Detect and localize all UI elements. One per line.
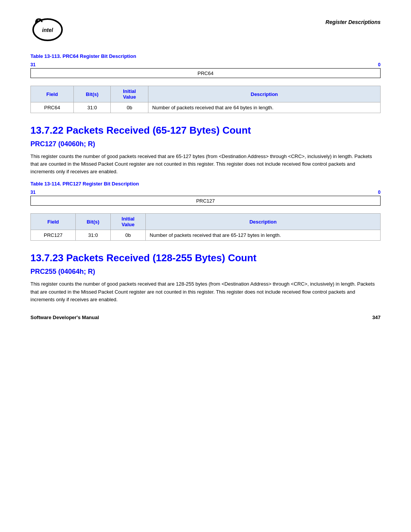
page: intel Register Descriptions Table 13-113… [0, 0, 411, 332]
initial-val-cell-127: 0b [110, 230, 146, 241]
section-1722-heading: 13.7.22 Packets Received (65-127 Bytes) … [30, 125, 381, 136]
col-field-127: Field [31, 214, 76, 230]
table-row: PRC127 31:0 0b Number of packets receive… [31, 230, 381, 241]
table-113-title: Table 13-113. PRC64 Register Bit Descrip… [30, 53, 381, 59]
header: intel Register Descriptions [30, 15, 381, 42]
prc127-subheading: PRC127 (04060h; R) [30, 140, 381, 148]
bits-cell-127: 31:0 [76, 230, 110, 241]
intel-logo: intel [30, 15, 65, 42]
prc255-subheading: PRC255 (04064h; R) [30, 268, 381, 276]
col-bits-127: Bit(s) [76, 214, 110, 230]
bits-cell: 31:0 [73, 102, 110, 113]
prc127-bit-bar-value: PRC127 [30, 196, 381, 206]
col-bits: Bit(s) [73, 86, 110, 102]
col-field: Field [31, 86, 74, 102]
bit-bar-left-label-127: 31 [30, 190, 35, 195]
col-description: Description [148, 86, 381, 102]
field-cell: PRC64 [31, 102, 74, 113]
prc64-table: Field Bit(s) Initial Value Description P… [30, 86, 381, 113]
section-1723-body: This register counts the number of good … [30, 280, 381, 303]
bit-bar-right-label-127: 0 [378, 190, 381, 195]
col-initial-value: Initial Value [111, 86, 148, 102]
prc64-bit-bar-value: PRC64 [30, 68, 381, 78]
bit-bar-right-label: 0 [378, 62, 381, 67]
bit-bar-left-label: 31 [30, 62, 35, 67]
table-row: PRC64 31:0 0b Number of packets received… [31, 102, 381, 113]
svg-text:intel: intel [42, 27, 54, 33]
footer-right: 347 [372, 315, 381, 320]
footer: Software Developer's Manual 347 [30, 315, 381, 320]
header-title: Register Descriptions [325, 15, 381, 25]
prc127-bit-bar-labels: 31 0 [30, 190, 381, 195]
desc-cell: Number of packets received that are 64 b… [148, 102, 381, 113]
prc127-table: Field Bit(s) Initial Value Description P… [30, 213, 381, 241]
section-1723-heading: 13.7.23 Packets Received (128-255 Bytes)… [30, 252, 381, 264]
col-description-127: Description [146, 214, 381, 230]
prc64-bit-bar: 31 0 PRC64 [30, 62, 381, 78]
section-1722-body: This register counts the number of good … [30, 153, 381, 176]
prc127-bit-bar: 31 0 PRC127 [30, 190, 381, 206]
field-cell-127: PRC127 [31, 230, 76, 241]
initial-val-cell: 0b [111, 102, 148, 113]
footer-left: Software Developer's Manual [30, 315, 99, 320]
desc-cell-127: Number of packets received that are 65-1… [146, 230, 381, 241]
col-initial-value-127: Initial Value [110, 214, 146, 230]
table-114-title: Table 13-114. PRC127 Register Bit Descri… [30, 181, 381, 187]
prc64-bit-bar-labels: 31 0 [30, 62, 381, 67]
